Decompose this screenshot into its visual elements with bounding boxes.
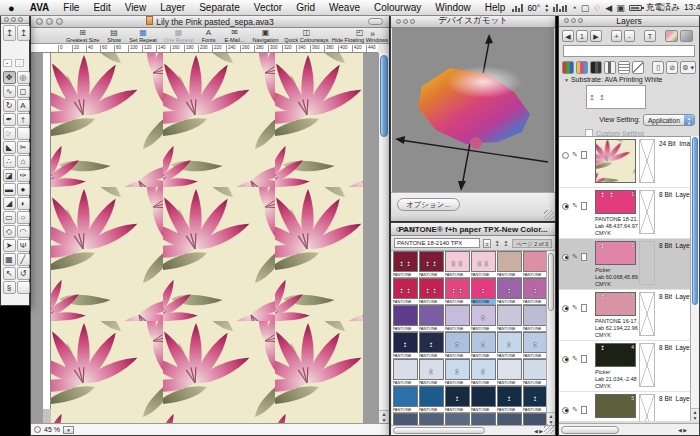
layers-titlebar[interactable]: Layers — [559, 15, 699, 27]
scroll-arrows[interactable]: ◀ ▶ — [678, 426, 687, 434]
toolbar-button-hide-floating-windows[interactable]: ◰Hide Floating Windows — [337, 29, 383, 43]
scroll-thumb[interactable] — [393, 427, 485, 434]
wedge-tool[interactable]: ◢ — [3, 197, 16, 210]
select-arrow-tool[interactable]: ➤ — [3, 239, 16, 252]
pantone-swatch[interactable]: ↥↥ — [445, 251, 470, 272]
pantone-swatch[interactable]: ↥ — [471, 305, 496, 326]
pantone-swatch[interactable]: ↥↥ — [419, 251, 444, 272]
pantone-cell-r1c4[interactable]: ↥↥PANTONE — [470, 251, 496, 278]
pantone-swatch[interactable]: ↥↥ — [393, 278, 418, 299]
pantone-cell-r4c2[interactable]: ↥PANTONE — [418, 332, 444, 359]
anchor-icon[interactable]: ↥ — [494, 239, 500, 248]
halftone-lines-icon[interactable] — [618, 61, 630, 74]
app-menu-icon[interactable]: ▣ — [616, 3, 625, 13]
pantone-search-input[interactable]: PANTONE 18-2140 TPX — [394, 238, 480, 248]
cursor-tool[interactable]: ↖ — [3, 267, 16, 280]
pantone-cell-r5c1[interactable]: PANTONE — [392, 359, 418, 386]
filled-ellipse-tool[interactable]: ● — [17, 183, 30, 196]
single-channel-icon[interactable] — [604, 61, 616, 74]
pantone-search-button[interactable]: ≡ — [483, 239, 491, 248]
pantone-swatch[interactable] — [393, 359, 418, 380]
filled-rect-tool[interactable]: ▬ — [3, 183, 16, 196]
lasso-tool[interactable]: ∿ — [3, 85, 16, 98]
pantone-cell-r5c4[interactable]: ↥PANTONE — [470, 359, 496, 386]
layer-page-icon[interactable] — [581, 253, 587, 261]
floral-pattern-artwork[interactable] — [51, 53, 363, 423]
toolbar-capsule-button[interactable] — [368, 18, 383, 25]
menu-item-ava[interactable]: AVA — [23, 0, 57, 16]
next-page-button[interactable]: ▶ — [590, 30, 602, 42]
edit-pencil-icon[interactable]: ✎ — [572, 151, 578, 159]
prev-page-button[interactable]: ◀ — [562, 30, 574, 42]
pantone-swatch[interactable]: ↥ — [523, 386, 548, 407]
pantone-cell-r4c1[interactable]: ↥PANTONE — [392, 332, 418, 359]
empty-slot-1[interactable] — [17, 127, 30, 140]
toolbar-button-navigation[interactable]: ▣Navigation — [255, 29, 276, 43]
layer-color-swatch[interactable]: 2↥ — [595, 241, 636, 265]
pantone-swatch[interactable] — [497, 305, 522, 326]
pantone-swatch[interactable]: ↥ — [523, 332, 548, 353]
toolbar-button-e-mail-[interactable]: ✉E-Mail... — [226, 29, 243, 43]
link-icon[interactable]: ⊘ — [666, 61, 678, 74]
pantone-cell-r1c1[interactable]: ↥↥PANTONE — [392, 251, 418, 278]
pantone-swatch[interactable]: ↥ — [419, 332, 444, 353]
anchor-icon[interactable]: ↥ — [503, 239, 509, 248]
layer-page-icon[interactable] — [581, 202, 587, 210]
pantone-cell-r6c1[interactable]: PANTONE — [392, 386, 418, 413]
pantone-swatch[interactable]: ↥ — [445, 332, 470, 353]
pantone-swatch[interactable]: ↥↥ — [445, 278, 470, 299]
pantone-swatch[interactable]: ↥↥ — [419, 278, 444, 299]
canvas-area[interactable] — [31, 53, 378, 423]
stamp-tool[interactable]: ⌂ — [17, 155, 30, 168]
menu-item-weave[interactable]: Weave — [322, 0, 367, 16]
spiral-tool[interactable]: § — [3, 281, 16, 294]
menu-item-separate[interactable]: Separate — [192, 0, 247, 16]
menu-item-help[interactable]: Help — [478, 0, 513, 16]
menu-item-view[interactable]: View — [118, 0, 154, 16]
text-tool[interactable]: A — [17, 99, 30, 112]
scroll-arrows[interactable]: ◀ ▶ — [534, 427, 543, 435]
scroll-thumb[interactable] — [548, 253, 554, 311]
pantone-cell-r3c6[interactable]: PANTONE — [522, 305, 548, 332]
pantone-cell-r6c6[interactable]: ↥PANTONE — [522, 386, 548, 413]
pantone-cell-r2c6[interactable]: ↥PANTONE — [522, 278, 548, 305]
new-page-icon[interactable]: ▯ — [652, 61, 664, 74]
pantone-cell-r4c4[interactable]: ↥PANTONE — [470, 332, 496, 359]
pantone-cell-r5c2[interactable]: ↥PANTONE — [418, 359, 444, 386]
scroll-thumb[interactable] — [692, 137, 698, 305]
layer-row-5[interactable]: ✎4↥PickerLab 21.034,-2.48CMYK8 Bit Layer… — [559, 341, 690, 392]
edit-pencil-icon[interactable]: ✎ — [572, 355, 578, 363]
pantone-cell-r3c1[interactable]: PANTONE — [392, 305, 418, 332]
zoom-stepper[interactable]: ▾ — [63, 426, 74, 434]
pantone-cell-r2c2[interactable]: ↥↥PANTONE — [418, 278, 444, 305]
pantone-swatch[interactable]: ↥ — [419, 359, 444, 380]
pantone-swatch[interactable]: ↥ — [497, 386, 522, 407]
pantone-swatch[interactable] — [419, 305, 444, 326]
pantone-swatch[interactable] — [419, 413, 444, 425]
layer-page-icon[interactable] — [581, 151, 587, 159]
pantone-cell-r1c3[interactable]: ↥↥PANTONE — [444, 251, 470, 278]
gamut-3d-view[interactable] — [392, 28, 554, 193]
pantone-cell-r7c5[interactable]: PANTONE — [496, 413, 522, 425]
layer-page-icon[interactable] — [581, 304, 587, 312]
pantone-cell-r1c2[interactable]: ↥↥PANTONE — [418, 251, 444, 278]
pantone-cell-r2c5[interactable]: ↥PANTONE — [496, 278, 522, 305]
palette-minimize-button[interactable] — [11, 17, 16, 22]
pantone-cell-r4c5[interactable]: ↥PANTONE — [496, 332, 522, 359]
text-layer-button[interactable]: T — [644, 30, 656, 42]
display-menu-icon[interactable]: ▢ — [581, 3, 590, 13]
line-tool[interactable]: ╱ — [17, 253, 30, 266]
pantone-swatch[interactable] — [523, 359, 548, 380]
pantone-cell-r7c2[interactable]: PANTONE — [418, 413, 444, 425]
pantone-swatch[interactable]: ↥ — [497, 332, 522, 353]
toolbar-overflow-chevron[interactable]: » — [370, 29, 375, 39]
thumbnail-view-button[interactable] — [665, 30, 678, 42]
pantone-swatch[interactable]: ↥ — [445, 359, 470, 380]
layer-mask-thumbnail[interactable] — [639, 241, 655, 285]
layers-horizontal-scrollbar[interactable]: ◀ ▶ — [559, 423, 699, 435]
pantone-cell-r3c2[interactable]: PANTONE — [418, 305, 444, 332]
layer-mask-thumbnail[interactable] — [639, 292, 655, 336]
pantone-cell-r5c6[interactable]: PANTONE — [522, 359, 548, 386]
layer-mask-thumbnail[interactable] — [639, 343, 655, 387]
eraser-tool[interactable]: ◪ — [3, 169, 16, 182]
